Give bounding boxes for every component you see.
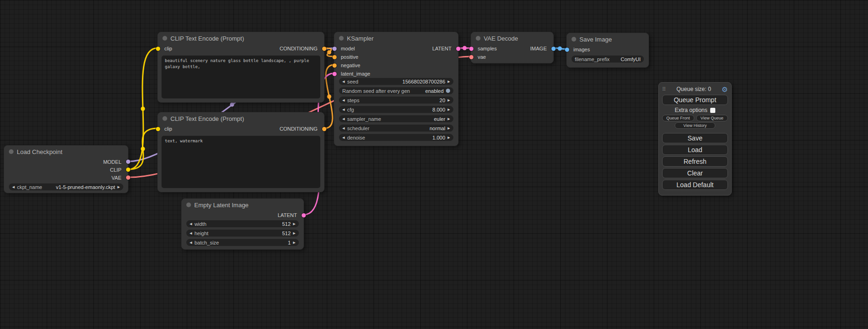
queue-panel-header: ⠿ Queue size: 0 ⚙ [662,85,728,93]
filename-prefix-widget[interactable]: filename_prefix ComfyUI [572,56,644,63]
node-header[interactable]: Empty Latent Image [182,199,303,211]
queue-panel: ⠿ Queue size: 0 ⚙ Queue Prompt Extra opt… [658,82,732,196]
cfg-widget[interactable]: ◀ cfg 8.000 ▶ [339,106,453,113]
height-widget[interactable]: ◀ height 512 ▶ [186,230,299,237]
decrement-icon[interactable]: ◀ [342,98,345,102]
view-queue-button[interactable]: View Queue [696,115,728,121]
queue-prompt-button[interactable]: Queue Prompt [662,95,728,105]
clip-input-port[interactable] [156,127,160,131]
vae-input-port[interactable] [469,55,473,59]
next-value-icon[interactable]: ▶ [118,185,120,189]
latent-output-port[interactable] [302,213,306,217]
decrement-icon[interactable]: ◀ [342,108,345,111]
conditioning-output-port[interactable] [322,127,326,131]
node-header[interactable]: Load Checkpoint [4,146,128,158]
seed-widget[interactable]: ◀ seed 156680208700286 ▶ [339,78,453,85]
images-input-slot: images [567,45,649,54]
slot-label: IMAGE [530,46,547,51]
save-image-node[interactable]: Save Image images filename_prefix ComfyU… [566,33,649,68]
settings-gear-icon[interactable]: ⚙ [722,86,728,93]
vae-decode-node[interactable]: VAE Decode samples IMAGE vae [471,32,554,63]
prev-value-icon[interactable]: ◀ [12,185,14,189]
increment-icon[interactable]: ▶ [448,80,450,83]
widget-value: normal [430,126,445,131]
queue-front-button[interactable]: Queue Front [662,115,694,121]
collapse-dot-icon[interactable] [162,116,167,121]
image-output-port[interactable] [551,47,556,51]
denoise-widget[interactable]: ◀ denoise 1.000 ▶ [339,134,453,141]
images-input-port[interactable] [565,48,569,52]
clip-input-port[interactable] [156,47,160,51]
history-button-row: View History [662,122,728,129]
clear-button[interactable]: Clear [662,168,728,178]
positive-prompt-textarea[interactable]: beautiful scenery nature glass bottle la… [162,56,320,98]
clip-text-encode-negative-node[interactable]: CLIP Text Encode (Prompt) clip CONDITION… [157,112,325,192]
collapse-dot-icon[interactable] [572,37,576,42]
node-header[interactable]: VAE Decode [471,32,553,44]
ckpt-name-widget[interactable]: ◀ ckpt_name v1-5-pruned-emaonly.ckpt ▶ [9,183,123,190]
save-button[interactable]: Save [662,133,728,143]
node-header[interactable]: Save Image [567,33,649,45]
model-output-port[interactable] [126,160,130,164]
widget-value: 156680208700286 [402,79,445,84]
conditioning-output-port[interactable] [322,47,326,51]
decrement-icon[interactable]: ◀ [342,136,345,139]
increment-icon[interactable]: ▶ [293,231,296,235]
load-button[interactable]: Load [662,145,728,155]
collapse-dot-icon[interactable] [339,36,344,41]
widget-label: denoise [347,135,365,140]
increment-icon[interactable]: ▶ [448,136,450,139]
view-history-button[interactable]: View History [675,122,715,129]
graph-canvas[interactable]: Load Checkpoint MODEL CLIP VAE ◀ ckpt_na… [0,0,868,329]
vae-output-port[interactable] [126,175,130,180]
collapse-dot-icon[interactable] [9,149,14,154]
batch-size-widget[interactable]: ◀ batch_size 1 ▶ [186,239,299,246]
widget-label: filename_prefix [575,56,610,62]
width-widget[interactable]: ◀ width 512 ▶ [186,220,299,227]
load-default-button[interactable]: Load Default [662,180,728,190]
decrement-icon[interactable]: ◀ [190,241,192,244]
model-input-port[interactable] [332,47,337,51]
node-title: CLIP Text Encode (Prompt) [170,115,244,122]
scheduler-widget[interactable]: ◀ scheduler normal ▶ [339,125,453,132]
collapse-dot-icon[interactable] [476,36,480,41]
node-header[interactable]: CLIP Text Encode (Prompt) [158,112,324,125]
widget-label: sampler_name [347,116,381,122]
load-checkpoint-node[interactable]: Load Checkpoint MODEL CLIP VAE ◀ ckpt_na… [4,145,128,193]
next-value-icon[interactable]: ▶ [448,126,450,130]
prev-value-icon[interactable]: ◀ [342,117,345,120]
node-header[interactable]: KSampler [334,32,458,44]
widget-label: ckpt_name [17,184,42,190]
queue-size-label: Queue size: 0 [666,86,721,92]
seed-toggle-icon[interactable] [446,89,450,93]
latent-output-port[interactable] [456,47,460,51]
seed-control-widget[interactable]: Random seed after every gen enabled [339,87,453,94]
empty-latent-image-node[interactable]: Empty Latent Image LATENT ◀ width 512 ▶ … [181,198,304,250]
increment-icon[interactable]: ▶ [448,108,450,111]
decrement-icon[interactable]: ◀ [190,222,192,225]
decrement-icon[interactable]: ◀ [342,80,345,83]
negative-prompt-textarea[interactable]: text, watermark [162,136,320,188]
slot-label: CLIP [110,167,121,173]
drag-handle-icon[interactable]: ⠿ [662,86,666,92]
latent-image-input-port[interactable] [332,72,337,76]
next-value-icon[interactable]: ▶ [448,117,450,120]
positive-input-port[interactable] [332,55,337,59]
collapse-dot-icon[interactable] [186,203,191,207]
negative-input-port[interactable] [332,63,337,68]
steps-widget[interactable]: ◀ steps 20 ▶ [339,97,453,104]
sampler-name-widget[interactable]: ◀ sampler_name euler ▶ [339,115,453,122]
increment-icon[interactable]: ▶ [448,98,450,102]
decrement-icon[interactable]: ◀ [190,231,192,235]
refresh-button[interactable]: Refresh [662,156,728,167]
collapse-dot-icon[interactable] [162,36,167,41]
samples-input-port[interactable] [469,47,473,51]
prev-value-icon[interactable]: ◀ [342,126,345,130]
node-header[interactable]: CLIP Text Encode (Prompt) [158,32,324,44]
increment-icon[interactable]: ▶ [293,241,296,244]
ksampler-node[interactable]: KSampler model LATENT positive negative … [334,32,459,146]
increment-icon[interactable]: ▶ [293,222,296,225]
extra-options-checkbox[interactable] [710,108,715,113]
clip-output-port[interactable] [126,168,130,172]
clip-text-encode-positive-node[interactable]: CLIP Text Encode (Prompt) clip CONDITION… [157,32,325,103]
